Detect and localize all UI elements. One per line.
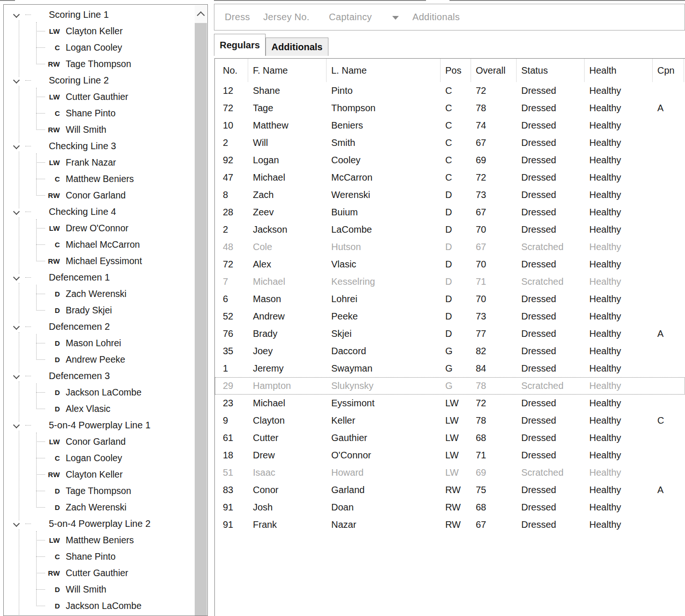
scroll-up-button[interactable]: [195, 5, 207, 23]
column-header-lname[interactable]: L. Name: [327, 59, 441, 82]
table-row[interactable]: 8 Zach Werenski D 73 Dressed Healthy: [215, 186, 685, 204]
table-row[interactable]: 72 Alex Vlasic D 70 Dressed Healthy: [215, 256, 685, 273]
tree-player-row[interactable]: C Michael McCarron: [4, 236, 195, 253]
chevron-down-icon[interactable]: [14, 324, 19, 329]
tree-player-row[interactable]: RW Will Smith: [4, 122, 195, 138]
tree-player-row[interactable]: D Zach Werenski: [4, 286, 195, 302]
column-header-health[interactable]: Health: [585, 59, 653, 82]
table-row[interactable]: 29 Hampton Slukynsky G 78 Scratched Heal…: [215, 377, 685, 395]
tree-player-row[interactable]: RW Michael Eyssimont: [4, 253, 195, 269]
tree-player-row[interactable]: LW Drew O'Connor: [4, 220, 195, 236]
additionals-button[interactable]: Additionals: [412, 4, 460, 30]
tree-group-row[interactable]: Defencemen 3: [4, 368, 195, 384]
tree-group-row[interactable]: Defencemen 2: [4, 319, 195, 335]
scrollbar-thumb[interactable]: [195, 23, 207, 616]
table-row[interactable]: 7 Michael Kesselring D 71 Scratched Heal…: [215, 273, 685, 290]
tree-group-row[interactable]: Checking Line 3: [4, 138, 195, 154]
chevron-down-icon[interactable]: [14, 78, 19, 83]
tree-player-row[interactable]: D Alex Vlasic: [4, 401, 195, 417]
tree-player-row[interactable]: D Zach Werenski: [4, 499, 195, 516]
tree-player-row[interactable]: D Brady Skjei: [4, 302, 195, 319]
chevron-down-icon[interactable]: [14, 275, 19, 280]
table-row[interactable]: 52 Andrew Peeke D 73 Dressed Healthy: [215, 308, 685, 325]
cell-pos: C: [441, 155, 471, 166]
table-row[interactable]: 9 Clayton Keller LW 78 Dressed Healthy C: [215, 412, 685, 429]
tree-group-row[interactable]: Defencemen 1: [4, 269, 195, 286]
column-header-cpn[interactable]: Cpn: [653, 59, 684, 82]
tree-player-row[interactable]: D Mason Lohrei: [4, 335, 195, 351]
jersey-no-button[interactable]: Jersey No.: [263, 4, 310, 30]
tree-group-row[interactable]: 5-on-4 Powerplay Line 2: [4, 516, 195, 532]
cell-overall: 84: [471, 363, 517, 374]
tree-player-row[interactable]: D Andrew Peeke: [4, 351, 195, 368]
tree-player-row[interactable]: RW Clayton Keller: [4, 466, 195, 483]
column-header-overall[interactable]: Overall: [471, 59, 517, 82]
table-row[interactable]: 23 Michael Eyssimont LW 72 Dressed Healt…: [215, 395, 685, 412]
table-row[interactable]: 2 Jackson LaCombe D 70 Dressed Healthy: [215, 221, 685, 238]
tree-player-row[interactable]: LW Conor Garland: [4, 433, 195, 450]
table-row[interactable]: 1 Jeremy Swayman G 84 Dressed Healthy: [215, 360, 685, 377]
table-row[interactable]: 47 Michael McCarron C 72 Dressed Healthy: [215, 169, 685, 186]
tree-player-row[interactable]: C Logan Cooley: [4, 39, 195, 56]
table-row[interactable]: 35 Joey Daccord G 82 Dressed Healthy: [215, 342, 685, 360]
table-row[interactable]: 48 Cole Hutson D 67 Scratched Healthy: [215, 238, 685, 256]
table-row[interactable]: 18 Drew O'Connor LW 71 Dressed Healthy: [215, 447, 685, 464]
column-header-fname[interactable]: F. Name: [248, 59, 327, 82]
column-header-status[interactable]: Status: [517, 59, 585, 82]
tree-player-row[interactable]: RW Tage Thompson: [4, 56, 195, 72]
chevron-down-icon[interactable]: [14, 12, 19, 17]
tree-group-label: Defencemen 1: [49, 269, 110, 286]
table-row[interactable]: 92 Logan Cooley C 69 Dressed Healthy: [215, 152, 685, 169]
player-name: Drew O'Connor: [66, 220, 129, 236]
tree-group-row[interactable]: Scoring Line 2: [4, 72, 195, 89]
table-row[interactable]: 72 Tage Thompson C 78 Dressed Healthy A: [215, 99, 685, 117]
tree-player-row[interactable]: D Tage Thompson: [4, 483, 195, 499]
tree-player-row[interactable]: RW Cutter Gauthier: [4, 565, 195, 581]
table-row[interactable]: 61 Cutter Gauthier LW 68 Dressed Healthy: [215, 429, 685, 447]
table-row[interactable]: 51 Isaac Howard LW 69 Scratched Healthy: [215, 464, 685, 481]
chevron-down-icon[interactable]: [14, 373, 19, 379]
table-row[interactable]: 76 Brady Skjei D 77 Dressed Healthy A: [215, 325, 685, 342]
tab-regulars[interactable]: Regulars: [214, 34, 266, 56]
table-row[interactable]: 83 Conor Garland RW 75 Dressed Healthy A: [215, 481, 685, 499]
table-row[interactable]: 91 Josh Doan RW 68 Dressed Healthy: [215, 499, 685, 516]
cell-health: Healthy: [585, 242, 653, 252]
chevron-down-icon[interactable]: [14, 209, 19, 214]
tree-group-row[interactable]: 5-on-4 Powerplay Line 1: [4, 417, 195, 433]
tree-player-row[interactable]: D Will Smith: [4, 581, 195, 598]
column-header-pos[interactable]: Pos: [441, 59, 471, 82]
tree-group-row[interactable]: Checking Line 4: [4, 204, 195, 220]
captaincy-button[interactable]: Captaincy: [329, 4, 372, 30]
tree-player-row[interactable]: C Matthew Beniers: [4, 171, 195, 187]
chevron-down-icon[interactable]: [14, 144, 19, 149]
cell-fname: Zeev: [248, 207, 327, 218]
table-row[interactable]: 10 Matthew Beniers C 74 Dressed Healthy: [215, 117, 685, 134]
tree-player-row[interactable]: LW Matthew Beniers: [4, 532, 195, 548]
tree-player-row[interactable]: LW Cutter Gauthier: [4, 89, 195, 105]
chevron-down-icon[interactable]: [392, 16, 399, 20]
column-header-no[interactable]: No.: [215, 59, 248, 82]
tree-group-label: Scoring Line 1: [49, 7, 109, 23]
tree-player-row[interactable]: LW Clayton Keller: [4, 23, 195, 39]
dress-button[interactable]: Dress: [225, 4, 250, 30]
tree-player-row[interactable]: C Shane Pinto: [4, 105, 195, 122]
cell-health: Healthy: [585, 276, 653, 287]
cell-status: Dressed: [517, 502, 585, 513]
table-row[interactable]: 2 Will Smith C 67 Dressed Healthy: [215, 134, 685, 152]
table-row[interactable]: 28 Zeev Buium D 67 Dressed Healthy: [215, 204, 685, 221]
tree-scrollbar[interactable]: [195, 5, 207, 616]
table-row[interactable]: 91 Frank Nazar RW 67 Dressed Healthy: [215, 516, 685, 533]
chevron-down-icon[interactable]: [14, 521, 19, 526]
tree-player-row[interactable]: C Logan Cooley: [4, 450, 195, 466]
tab-additionals[interactable]: Additionals: [266, 38, 328, 56]
tree-player-row[interactable]: LW Frank Nazar: [4, 154, 195, 171]
tree-player-row[interactable]: C Shane Pinto: [4, 548, 195, 565]
table-row[interactable]: 6 Mason Lohrei D 70 Dressed Healthy: [215, 290, 685, 308]
tree-player-row[interactable]: RW Conor Garland: [4, 187, 195, 204]
chevron-down-icon[interactable]: [14, 423, 19, 428]
player-position-label: D: [34, 302, 60, 319]
tree-group-row[interactable]: Scoring Line 1: [4, 7, 195, 23]
table-row[interactable]: 12 Shane Pinto C 72 Dressed Healthy: [215, 82, 685, 99]
tree-player-row[interactable]: D Jackson LaCombe: [4, 598, 195, 614]
tree-player-row[interactable]: D Jackson LaCombe: [4, 384, 195, 401]
